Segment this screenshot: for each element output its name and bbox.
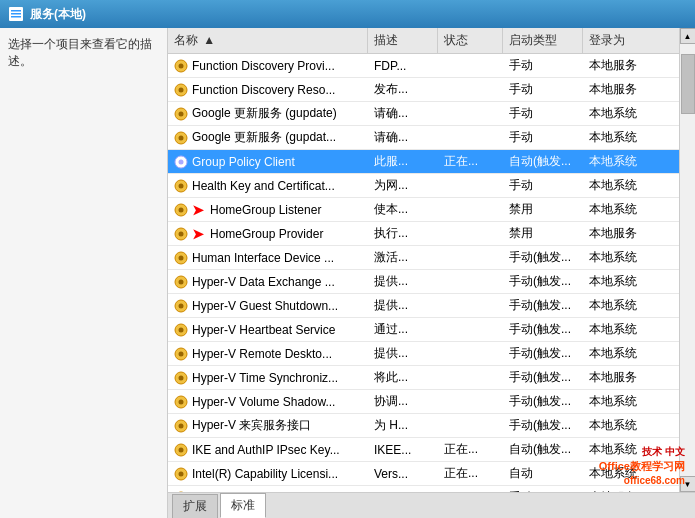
service-icon [174,443,188,457]
service-name-text: HomeGroup Provider [210,227,323,241]
table-row[interactable]: Hyper-V Guest Shutdown...提供...手动(触发...本地… [168,294,679,318]
service-name-cell: Hyper-V Data Exchange ... [168,270,368,293]
table-row[interactable]: Group Policy Client此服...正在...自动(触发...本地系… [168,150,679,174]
service-icon [174,347,188,361]
scroll-thumb[interactable] [681,54,695,114]
scroll-up-button[interactable]: ▲ [680,28,696,44]
services-table[interactable]: 名称 ▲ 描述 状态 启动类型 登录为 Function Discovery P… [168,28,679,492]
service-desc-cell: Vers... [368,462,438,485]
col-name[interactable]: 名称 ▲ [168,28,368,53]
service-status-cell [438,486,503,492]
col-status[interactable]: 状态 [438,28,503,53]
col-logon[interactable]: 登录为 [583,28,663,53]
service-starttype-cell: 手动 [503,174,583,197]
service-logon-cell: 本地系统 [583,174,663,197]
service-starttype-cell: 自动 [503,462,583,485]
service-status-cell [438,318,503,341]
service-status-cell [438,78,503,101]
table-row[interactable]: Hyper-V Data Exchange ...提供...手动(触发...本地… [168,270,679,294]
table-row[interactable]: Health Key and Certificat...为网...手动本地系统 [168,174,679,198]
service-logon-cell: 本地系统 [583,390,663,413]
service-name-cell: Intel(R) Capability Licensi... [168,486,368,492]
service-icon [174,299,188,313]
svg-rect-1 [11,10,21,12]
svg-point-17 [179,207,184,212]
scrollbar[interactable]: ▲ ▼ [679,28,695,492]
service-name-cell: Function Discovery Reso... [168,78,368,101]
svg-point-40 [175,492,187,493]
tab-bar: 扩展 标准 [168,492,695,518]
service-desc-cell: 发布... [368,78,438,101]
service-name-cell: Hyper-V Remote Deskto... [168,342,368,365]
service-status-cell: 正在... [438,150,503,173]
service-name-cell: ➤HomeGroup Provider [168,222,368,245]
watermark: 技术 中文 Office教程学习网 office68.com [599,445,685,488]
service-name-text: Function Discovery Provi... [192,59,335,73]
svg-point-21 [179,255,184,260]
service-starttype-cell: 手动 [503,54,583,77]
service-icon [174,395,188,409]
service-status-cell [438,294,503,317]
arrow-indicator: ➤ [192,226,204,242]
service-icon [174,107,188,121]
service-name-text: Hyper-V Guest Shutdown... [192,299,338,313]
svg-point-31 [179,375,184,380]
table-row[interactable]: Google 更新服务 (gupdat...请确...手动本地系统 [168,126,679,150]
service-starttype-cell: 手动(触发... [503,342,583,365]
scroll-track[interactable] [680,44,696,476]
service-desc-cell: 请确... [368,102,438,125]
service-status-cell [438,270,503,293]
service-status-cell [438,54,503,77]
service-name-text: Hyper-V Heartbeat Service [192,323,335,337]
service-starttype-cell: 手动(触发... [503,390,583,413]
table-row[interactable]: ➤HomeGroup Provider执行...禁用本地服务 [168,222,679,246]
table-wrapper: 名称 ▲ 描述 状态 启动类型 登录为 Function Discovery P… [168,28,695,492]
table-row[interactable]: Hyper-V Time Synchroniz...将此...手动(触发...本… [168,366,679,390]
service-icon [174,179,188,193]
table-body: Function Discovery Provi...FDP...手动本地服务F… [168,54,679,492]
service-desc-cell: 为 H... [368,414,438,437]
service-name-text: Function Discovery Reso... [192,83,335,97]
table-row[interactable]: Hyper-V Volume Shadow...协调...手动(触发...本地系… [168,390,679,414]
service-name-cell: IKE and AuthIP IPsec Key... [168,438,368,461]
service-icon [174,131,188,145]
tab-standard[interactable]: 标准 [220,493,266,518]
col-desc[interactable]: 描述 [368,28,438,53]
service-status-cell [438,126,503,149]
table-row[interactable]: Function Discovery Provi...FDP...手动本地服务 [168,54,679,78]
service-logon-cell: 本地系统 [583,246,663,269]
service-name-cell: Hyper-V Heartbeat Service [168,318,368,341]
tab-expand[interactable]: 扩展 [172,494,218,518]
table-row[interactable]: ➤HomeGroup Listener使本...禁用本地系统 [168,198,679,222]
service-desc-cell: IKEE... [368,438,438,461]
service-icon [174,155,188,169]
service-icon [174,275,188,289]
service-logon-cell: 本地系统 [583,342,663,365]
table-row[interactable]: Hyper-V Remote Deskto...提供...手动(触发...本地系… [168,342,679,366]
table-row[interactable]: Human Interface Device ...激活...手动(触发...本… [168,246,679,270]
service-name-text: Health Key and Certificat... [192,179,335,193]
table-row[interactable]: Hyper-V 来宾服务接口为 H...手动(触发...本地系统 [168,414,679,438]
service-starttype-cell: 禁用 [503,222,583,245]
service-name-text: Group Policy Client [192,155,295,169]
service-desc-cell: 使本... [368,198,438,221]
table-row[interactable]: Google 更新服务 (gupdate)请确...手动本地系统 [168,102,679,126]
table-row[interactable]: Hyper-V Heartbeat Service通过...手动(触发...本地… [168,318,679,342]
arrow-indicator: ➤ [192,202,204,218]
service-desc-cell: 请确... [368,126,438,149]
table-header: 名称 ▲ 描述 状态 启动类型 登录为 [168,28,679,54]
svg-point-15 [179,183,184,188]
service-logon-cell: 本地服务 [583,78,663,101]
service-icon [174,251,188,265]
col-starttype[interactable]: 启动类型 [503,28,583,53]
service-logon-cell: 本地系统 [583,198,663,221]
left-panel: 选择一个项目来查看它的描述。 [0,28,168,518]
service-name-cell: Human Interface Device ... [168,246,368,269]
service-status-cell: 正在... [438,462,503,485]
service-desc-cell: 提供... [368,342,438,365]
service-name-text: Hyper-V Data Exchange ... [192,275,335,289]
service-icon [174,227,188,241]
service-logon-cell: 本地系统 [583,270,663,293]
service-status-cell: 正在... [438,438,503,461]
table-row[interactable]: Function Discovery Reso...发布...手动本地服务 [168,78,679,102]
